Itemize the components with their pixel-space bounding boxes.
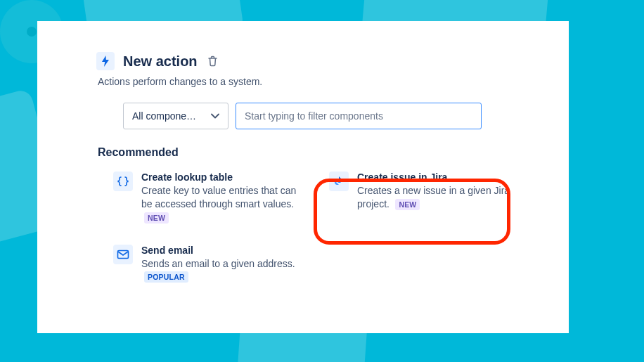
card-body: Create issue in Jira Creates a new issue… bbox=[357, 172, 520, 211]
trash-icon bbox=[207, 56, 218, 67]
lightning-icon bbox=[96, 52, 115, 70]
recommended-grid: Create lookup table Create key to value … bbox=[110, 169, 529, 286]
card-title: Send email bbox=[141, 245, 304, 256]
card-create-issue-jira[interactable]: Create issue in Jira Creates a new issue… bbox=[326, 169, 523, 226]
card-description: Create key to value entries that can be … bbox=[141, 185, 296, 209]
svg-rect-0 bbox=[118, 250, 129, 258]
chevron-down-icon bbox=[211, 113, 219, 119]
dropdown-label: All compone… bbox=[132, 110, 196, 122]
card-create-lookup-table[interactable]: Create lookup table Create key to value … bbox=[110, 169, 307, 226]
page-title: New action bbox=[123, 53, 198, 70]
panel-header: New action bbox=[96, 52, 529, 70]
card-title: Create issue in Jira bbox=[357, 172, 520, 183]
card-description: Creates a new issue in a given Jira proj… bbox=[357, 185, 510, 209]
jira-icon bbox=[329, 172, 349, 191]
card-body: Create lookup table Create key to value … bbox=[141, 172, 304, 224]
panel-subtitle: Actions perform changes to a system. bbox=[98, 76, 529, 87]
section-title: Recommended bbox=[98, 146, 529, 159]
filter-row: All compone… bbox=[123, 103, 529, 129]
new-badge: NEW bbox=[144, 212, 169, 224]
component-filter-dropdown[interactable]: All compone… bbox=[123, 103, 228, 129]
component-search-input[interactable] bbox=[236, 103, 482, 129]
action-panel: New action Actions perform changes to a … bbox=[37, 21, 569, 333]
card-description: Sends an email to a given address. bbox=[141, 258, 295, 269]
popular-badge: POPULAR bbox=[144, 271, 188, 283]
mail-icon bbox=[113, 245, 133, 264]
card-send-email[interactable]: Send email Sends an email to a given add… bbox=[110, 242, 307, 286]
card-title: Create lookup table bbox=[141, 172, 304, 183]
delete-button[interactable] bbox=[206, 54, 220, 68]
new-badge: NEW bbox=[395, 199, 420, 210]
braces-icon bbox=[113, 172, 133, 191]
card-body: Send email Sends an email to a given add… bbox=[141, 245, 304, 283]
